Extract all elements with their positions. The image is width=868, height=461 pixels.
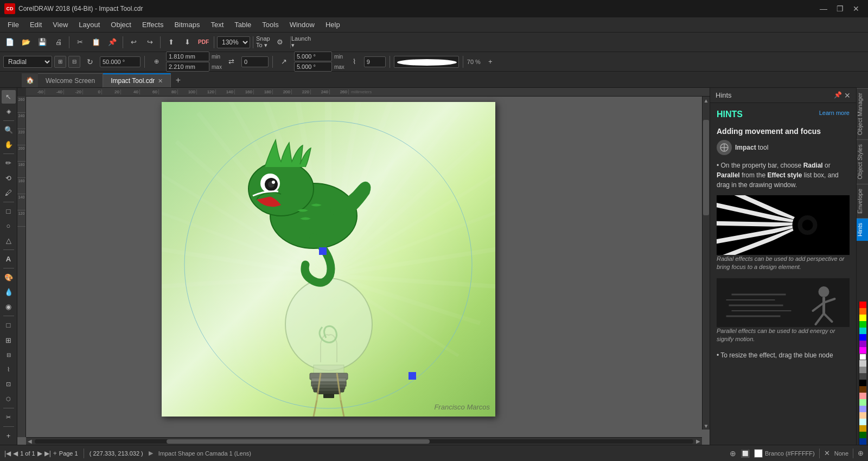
fill-tool[interactable]: 🎨 [2, 271, 16, 284]
new-button[interactable]: 📄 [2, 35, 17, 50]
palette-darkgreen[interactable] [859, 432, 866, 438]
palette-peach[interactable] [859, 412, 866, 419]
menu-help[interactable]: Help [320, 18, 346, 31]
import-button[interactable]: ⬆ [163, 35, 178, 50]
settings-button[interactable]: ⚙ [272, 35, 288, 50]
shape-tool[interactable]: ◈ [2, 105, 16, 118]
zoom-tool[interactable]: 🔍 [2, 123, 16, 137]
palette-darkgray[interactable] [859, 373, 866, 380]
control-handle-2[interactable] [409, 372, 416, 380]
bezier-tool[interactable]: ⟲ [2, 171, 16, 184]
next-page-btn[interactable]: ▶ [37, 450, 42, 457]
palette-yellow[interactable] [859, 315, 866, 321]
zoom-plus-btn[interactable]: + [483, 54, 498, 69]
stroke-icon[interactable]: ✕ [824, 449, 830, 457]
home-tab-icon[interactable]: 🏠 [22, 73, 38, 87]
pdf-button[interactable]: PDF [196, 35, 211, 50]
prev-page-btn[interactable]: ◀ [13, 450, 18, 457]
distort-tool[interactable]: ⌇ [2, 363, 16, 376]
horizontal-scrollbar[interactable]: ◀ ▶ [26, 437, 702, 445]
angle-x1[interactable] [294, 52, 332, 61]
contour-tool[interactable]: ⊟ [2, 348, 16, 362]
menu-tools[interactable]: Tools [257, 18, 284, 31]
undo-button[interactable]: ↩ [126, 35, 141, 50]
last-page-btn[interactable]: ▶| [44, 450, 51, 457]
palette-black[interactable] [859, 380, 866, 386]
palette-cyan[interactable] [859, 328, 866, 334]
vertical-scrollbar[interactable]: ▲ ▼ [702, 97, 710, 430]
menu-view[interactable]: View [47, 18, 73, 31]
height-input[interactable] [166, 62, 209, 72]
lines-input[interactable] [364, 56, 386, 67]
palette-lightblue[interactable] [859, 406, 866, 412]
interactive-fill[interactable]: ◉ [2, 300, 16, 313]
palette-red[interactable] [859, 302, 866, 308]
save-button[interactable]: 💾 [35, 35, 50, 50]
copy-button[interactable]: 📋 [88, 35, 104, 50]
fill-color-swatch[interactable] [754, 449, 763, 458]
ellipse-tool[interactable]: ○ [2, 219, 16, 233]
learn-more-link[interactable]: Learn more [819, 110, 850, 116]
pen-tool[interactable]: 🖊 [2, 186, 16, 200]
menu-layout[interactable]: Layout [73, 18, 105, 31]
extrude-tool[interactable]: ⬡ [2, 392, 16, 406]
docked-envelope[interactable]: Envelope [857, 184, 869, 218]
palette-green[interactable] [859, 321, 866, 328]
cut-button[interactable]: ✂ [72, 35, 87, 50]
angle-x2[interactable] [294, 62, 332, 72]
rect-tool[interactable]: □ [2, 204, 16, 218]
crop-tool[interactable]: ✂ [2, 411, 16, 424]
restore-button[interactable]: ❐ [832, 3, 847, 15]
open-button[interactable]: 📂 [18, 35, 34, 50]
palette-lightgreen[interactable] [859, 399, 866, 406]
export-button[interactable]: ⬇ [180, 35, 195, 50]
docked-hints[interactable]: Hints [857, 218, 869, 241]
fill-status-icon[interactable]: 🔲 [741, 449, 750, 458]
palette-brown[interactable] [859, 386, 866, 393]
palette-darkblue[interactable] [859, 438, 866, 445]
snap-icon[interactable]: ⊕ [730, 449, 736, 458]
minimize-button[interactable]: — [816, 3, 831, 15]
tab-welcome[interactable]: Welcome Screen [38, 73, 103, 87]
menu-table[interactable]: Table [229, 18, 257, 31]
effect-type-btn2[interactable]: ⊟ [68, 56, 80, 68]
angle-input[interactable] [100, 56, 141, 67]
document-canvas[interactable]: Francisco Marcos [162, 102, 495, 417]
palette-orange[interactable] [859, 308, 866, 315]
palette-white[interactable] [859, 354, 866, 360]
polygon-tool[interactable]: △ [2, 234, 16, 247]
add-page-btn[interactable]: + [2, 429, 16, 443]
shadow-tool[interactable]: □ [2, 318, 16, 332]
menu-window[interactable]: Window [284, 18, 320, 31]
tab-impact[interactable]: Impact Tool.cdr ✕ [103, 73, 171, 87]
menu-edit[interactable]: Edit [24, 18, 47, 31]
palette-magenta[interactable] [859, 347, 866, 354]
hints-close-button[interactable]: ✕ [844, 91, 851, 100]
add-page-status-btn[interactable]: + [53, 450, 57, 457]
effect-style-combo[interactable]: Radial Parallel [3, 56, 52, 68]
menu-bitmaps[interactable]: Bitmaps [169, 18, 205, 31]
eyedropper-tool[interactable]: 💧 [2, 285, 16, 299]
palette-pink[interactable] [859, 393, 866, 399]
envelope-tool[interactable]: ⊡ [2, 377, 16, 391]
menu-effects[interactable]: Effects [137, 18, 169, 31]
first-page-btn[interactable]: |◀ [4, 450, 11, 457]
add-tab-button[interactable]: + [171, 73, 185, 87]
zoom-combo[interactable]: 130% 100% 75% 50% [217, 36, 250, 48]
effect-type-btn1[interactable]: ⊞ [54, 56, 66, 68]
redo-button[interactable]: ↪ [142, 35, 157, 50]
select-tool[interactable]: ↖ [2, 90, 16, 104]
swap-icon[interactable]: ⇄ [224, 54, 239, 69]
docked-object-manager[interactable]: Object Manager [857, 88, 869, 139]
blend-tool[interactable]: ⊞ [2, 333, 16, 347]
palette-gold[interactable] [859, 425, 866, 432]
palette-lightgray[interactable] [859, 360, 866, 367]
line-style-preview[interactable] [394, 56, 459, 68]
palette-purple[interactable] [859, 341, 866, 347]
launch-button[interactable]: Launch ▾ [293, 35, 309, 50]
snap-to-button[interactable]: Snap To ▾ [256, 35, 271, 50]
width-input[interactable] [166, 52, 209, 61]
close-button[interactable]: ✕ [848, 3, 864, 15]
freehand-tool[interactable]: ✏ [2, 156, 16, 170]
window-controls[interactable]: — ❐ ✕ [816, 3, 864, 15]
